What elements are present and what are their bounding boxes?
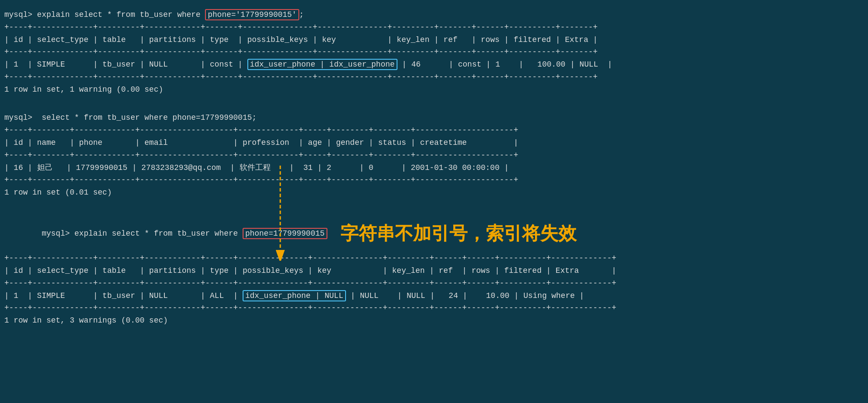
sep1-1: +----+-------------+---------+----------… <box>4 21 864 34</box>
query-annotation-row: mysql> explain select * from tb_user whe… <box>4 215 864 252</box>
row-2: | 16 | 妲己 | 17799990015 | 2783238293@qq.… <box>4 162 864 174</box>
sep2-1: +----+-------------+---------+----------… <box>4 46 864 58</box>
query-line-1: mysql> explain select * from tb_user whe… <box>4 9 864 21</box>
header-1: | id | select_type | table | partitions … <box>4 34 864 46</box>
footer-3: 1 row in set, 3 warnings (0.00 sec) <box>4 314 864 327</box>
footer-1: 1 row in set, 1 warning (0.00 sec) <box>4 83 864 96</box>
phone-highlight-1: phone='17799990015' <box>205 9 299 20</box>
arrow-down-icon <box>272 166 289 261</box>
prompt-1: mysql> explain select * from tb_user whe… <box>4 10 205 19</box>
semicolon-1: ; <box>299 10 304 19</box>
query-line-2: mysql> select * from tb_user where phone… <box>4 112 864 124</box>
sep3-3: +----+-------------+---------+----------… <box>4 302 864 314</box>
key-highlight-1: idx_user_phone | idx_user_phone <box>247 59 397 70</box>
row-3: | 1 | SIMPLE | tb_user | NULL | ALL | id… <box>4 290 864 302</box>
row-1: | 1 | SIMPLE | tb_user | NULL | const | … <box>4 58 864 71</box>
terminal: mysql> explain select * from tb_user whe… <box>4 9 864 327</box>
sep1-3: +----+-------------+---------+----------… <box>4 252 864 265</box>
header-2: | id | name | phone | email | profession… <box>4 137 864 149</box>
footer-2: 1 row in set (0.01 sec) <box>4 186 864 199</box>
section2: mysql> select * from tb_user where phone… <box>4 112 864 199</box>
blank-1 <box>4 99 864 112</box>
key-highlight-3: idx_user_phone | NULL <box>243 290 346 301</box>
section3: mysql> explain select * from tb_user whe… <box>4 215 864 327</box>
annotation-text: 字符串不加引号，索引将失效 <box>340 223 577 244</box>
sep2-2: +----+--------+-------------+-----------… <box>4 149 864 162</box>
sep1-2: +----+--------+-------------+-----------… <box>4 124 864 137</box>
header-3: | id | select_type | table | partitions … <box>4 265 864 277</box>
section1: mysql> explain select * from tb_user whe… <box>4 9 864 96</box>
sep2-3: +----+-------------+---------+----------… <box>4 277 864 290</box>
blank-2 <box>4 202 864 215</box>
sep3-2: +----+--------+-------------+-----------… <box>4 174 864 186</box>
sep3-1: +----+-------------+---------+----------… <box>4 71 864 83</box>
